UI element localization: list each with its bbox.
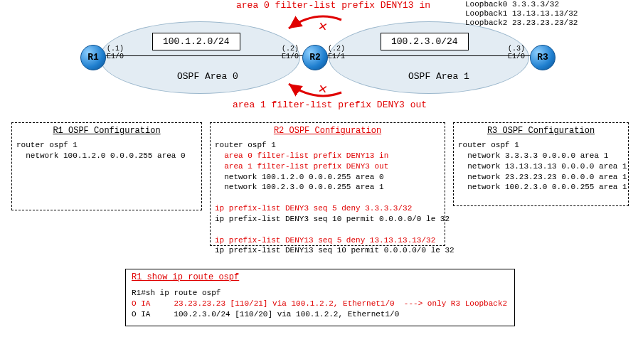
router-r2-label: R2: [309, 52, 321, 63]
arrow-filter-out-icon: [276, 74, 347, 102]
r3-config-title: R3 OSPF Configuration: [458, 126, 624, 136]
r2-config-title: R2 OSPF Configuration: [215, 126, 440, 136]
arrow-filter-in-icon: [276, 13, 347, 41]
router-r3-icon: R3: [530, 45, 555, 70]
router-r1-label: R1: [87, 52, 99, 63]
r3-loopbacks-text: Loopback0 3.3.3.3/32 Loopback1 13.13.13.…: [465, 0, 578, 28]
r1-config-title: R1 OSPF Configuration: [16, 126, 197, 136]
area1-label: OSPF Area 1: [408, 71, 469, 82]
r2-config-box: R2 OSPF Configuration router ospf 1 area…: [210, 122, 445, 246]
r1-route-title: R1 show ip route ospf: [132, 272, 509, 282]
area1-network-box: 100.2.3.0/24: [381, 33, 469, 50]
filter-in-label: area 0 filter-list prefix DENY13 in: [236, 0, 430, 11]
r2-if-left: (.2) E1/0: [282, 45, 299, 60]
r1-config-body: router ospf 1 network 100.1.2.0 0.0.0.25…: [16, 140, 197, 161]
r2-config-body: router ospf 1 area 0 filter-list prefix …: [215, 140, 440, 256]
area0-network-box: 100.1.2.0/24: [152, 33, 240, 50]
area0-label: OSPF Area 0: [177, 71, 238, 82]
router-r1-icon: R1: [80, 45, 106, 70]
router-r3-label: R3: [537, 52, 548, 63]
r2-if-right: (.2) E1/1: [328, 45, 345, 60]
r1-route-body: R1#sh ip route ospf O IA 23.23.23.23 [11…: [132, 288, 509, 320]
r1-route-output-box: R1 show ip route ospf R1#sh ip route osp…: [125, 269, 515, 326]
r3-if-left: (.3) E1/0: [508, 45, 525, 60]
r3-config-box: R3 OSPF Configuration router ospf 1 netw…: [453, 122, 629, 206]
r1-if-right: (.1) E1/0: [107, 45, 124, 60]
router-r2-icon: R2: [302, 45, 328, 70]
r3-config-body: router ospf 1 network 3.3.3.3 0.0.0.0 ar…: [458, 140, 624, 193]
r1-config-box: R1 OSPF Configuration router ospf 1 netw…: [11, 122, 202, 210]
